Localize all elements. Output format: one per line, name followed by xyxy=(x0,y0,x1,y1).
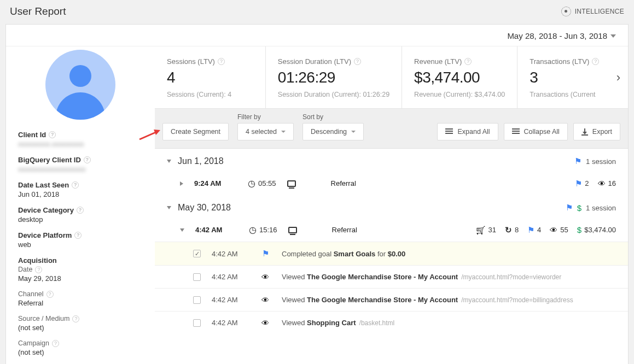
day-session-count: 1 session xyxy=(586,204,616,212)
device-platform-label: Device Platform xyxy=(18,231,72,239)
date-range-text: May 28, 2018 - Jun 3, 2018 xyxy=(507,31,607,40)
acq-date-value: May 29, 2018 xyxy=(18,274,143,283)
chevron-right-icon[interactable]: › xyxy=(616,71,620,85)
kpi-sessions-value: 4 xyxy=(167,69,253,86)
event-checkbox[interactable] xyxy=(193,319,201,327)
kpi-sessions[interactable]: Sessions (LTV) 4 Sessions (Current): 4 xyxy=(155,46,266,108)
event-checkbox[interactable] xyxy=(193,296,201,304)
acquisition-label: Acquisition xyxy=(18,256,57,265)
desktop-icon xyxy=(287,180,296,187)
date-last-seen-label: Date Last Seen xyxy=(18,181,69,189)
avatar xyxy=(45,50,115,120)
acq-source-label: Source / Medium xyxy=(18,315,69,322)
caret-down-icon xyxy=(351,131,356,133)
create-segment-label: Create Segment xyxy=(171,128,220,136)
help-icon[interactable] xyxy=(35,266,42,273)
help-icon[interactable] xyxy=(72,315,79,322)
event-checkbox[interactable] xyxy=(193,273,201,281)
kpi-duration-title: Session Duration (LTV) xyxy=(278,57,351,66)
help-icon[interactable] xyxy=(49,131,56,138)
sort-by-select[interactable]: Descending xyxy=(303,123,364,140)
kpi-duration[interactable]: Session Duration (LTV) 01:26:29 Session … xyxy=(266,46,402,108)
intelligence-button[interactable]: INTELLIGENCE xyxy=(561,7,624,16)
acq-campaign-label: Campaign xyxy=(18,339,49,347)
kpi-sessions-sub: Sessions (Current): 4 xyxy=(167,91,253,98)
session-channel: Referral xyxy=(331,179,408,187)
event-text: Completed goal Smart Goals for $0.00 xyxy=(282,250,409,258)
session-device xyxy=(287,180,320,187)
day-header[interactable]: May 30, 2018 $ 1 session xyxy=(155,195,628,218)
help-icon[interactable] xyxy=(46,291,54,298)
help-icon[interactable] xyxy=(52,340,59,347)
help-icon[interactable] xyxy=(84,156,91,163)
client-id-value: xxxxxxxxx.xxxxxxxxx xyxy=(18,140,143,148)
event-type-icon xyxy=(260,272,271,281)
session-row[interactable]: 9:24 AM 05:55 Referral 2 16 xyxy=(155,172,628,195)
create-segment-button[interactable]: Create Segment xyxy=(162,123,229,140)
content: May 28, 2018 - Jun 3, 2018 Client Id xxx… xyxy=(5,24,629,364)
help-icon[interactable] xyxy=(77,207,84,214)
page-header: User Report INTELLIGENCE xyxy=(0,0,634,24)
event-type-icon xyxy=(260,318,271,327)
session-list: Jun 1, 2018 1 session 9:24 AM 05:55 Refe… xyxy=(155,149,628,334)
bq-client-id-label: BigQuery Client ID xyxy=(18,156,81,164)
kpi-sessions-title: Sessions (LTV) xyxy=(167,57,215,66)
help-icon[interactable] xyxy=(74,232,82,239)
expand-all-button[interactable]: Expand All xyxy=(437,123,498,140)
kpi-transactions-value: 3 xyxy=(530,69,616,86)
stat-flag: 2 xyxy=(575,179,589,189)
event-row[interactable]: 4:42 AM Viewed The Google Merchandise St… xyxy=(155,265,628,288)
day-date: May 30, 2018 xyxy=(178,203,231,213)
help-icon[interactable] xyxy=(218,58,225,65)
clock-icon xyxy=(249,225,257,235)
kpi-duration-value: 01:26:29 xyxy=(278,69,389,86)
date-row: May 28, 2018 - Jun 3, 2018 xyxy=(6,25,628,46)
session-device xyxy=(288,227,321,233)
day-header[interactable]: Jun 1, 2018 1 session xyxy=(155,149,628,172)
device-category-value: desktop xyxy=(18,215,143,224)
event-type-icon xyxy=(260,295,271,304)
help-icon[interactable] xyxy=(354,58,361,65)
collapse-all-label: Collapse All xyxy=(524,128,560,136)
event-row[interactable]: 4:42 AM Viewed The Google Merchandise St… xyxy=(155,288,628,311)
session-row[interactable]: 4:42 AM 15:16 Referral 31 8 4 55$ $3,474… xyxy=(155,218,628,242)
session-duration: 15:16 xyxy=(249,225,277,235)
export-button[interactable]: Export xyxy=(573,123,620,140)
stat-cart: 31 xyxy=(476,226,496,234)
acq-date-label: Date xyxy=(18,266,32,273)
event-text: Viewed The Google Merchandise Store - My… xyxy=(282,296,573,304)
stat-refresh: 8 xyxy=(505,225,519,235)
collapse-icon xyxy=(512,128,520,136)
event-checkbox[interactable] xyxy=(193,250,201,257)
toolbar: Create Segment Filter by 4 selected Sort… xyxy=(155,109,628,149)
svg-marker-1 xyxy=(154,130,160,135)
kpi-transactions[interactable]: Transactions (LTV) 3 Transactions (Curre… xyxy=(517,46,628,108)
session-time: 9:24 AM xyxy=(194,179,237,187)
acq-channel-value: Referral xyxy=(18,299,143,307)
kpi-revenue-value: $3,474.00 xyxy=(414,69,505,86)
help-icon[interactable] xyxy=(464,58,472,65)
event-type-icon xyxy=(260,249,271,259)
expand-icon xyxy=(180,181,183,186)
device-category-label: Device Category xyxy=(18,206,74,214)
stat-views: 16 xyxy=(598,179,616,188)
kpi-revenue-title: Revenue (LTV) xyxy=(414,57,462,66)
kpi-revenue[interactable]: Revenue (LTV) $3,474.00 Revenue (Current… xyxy=(402,46,517,108)
help-icon[interactable] xyxy=(72,181,79,189)
kpi-transactions-sub: Transactions (Current xyxy=(530,91,616,98)
event-row[interactable]: 4:42 AM Viewed Shopping Cart/basket.html xyxy=(155,311,628,334)
date-range-picker[interactable]: May 28, 2018 - Jun 3, 2018 xyxy=(507,31,616,40)
event-path: /myaccount.html?mode=vieworder xyxy=(461,273,561,281)
date-last-seen-value: Jun 01, 2018 xyxy=(18,190,143,198)
expand-icon xyxy=(445,128,453,136)
main-panel: Sessions (LTV) 4 Sessions (Current): 4 S… xyxy=(155,46,628,364)
day-date: Jun 1, 2018 xyxy=(178,156,224,166)
desktop-icon xyxy=(288,227,297,233)
help-icon[interactable] xyxy=(592,58,599,65)
intelligence-icon xyxy=(561,7,571,16)
event-row[interactable]: 4:42 AM Completed goal Smart Goals for $… xyxy=(155,242,628,265)
collapse-all-button[interactable]: Collapse All xyxy=(504,123,568,140)
filter-by-select[interactable]: 4 selected xyxy=(237,123,294,140)
event-time: 4:42 AM xyxy=(212,296,249,304)
device-platform-value: web xyxy=(18,240,143,249)
